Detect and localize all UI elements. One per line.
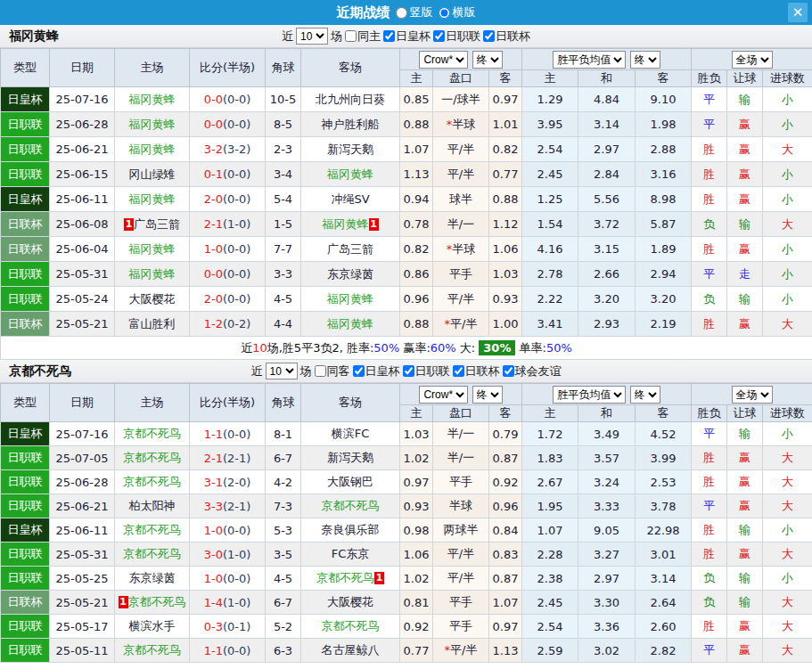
col-away: 客场 xyxy=(301,49,400,87)
sections-container: 福冈黄蜂近10场同主日皇杯日职联日联杯类型日期主场比分(半场)角球客场Crow*… xyxy=(0,25,812,663)
avg-draw-odds: 3.14 xyxy=(578,112,636,137)
avg-away-odds: 1.89 xyxy=(636,237,692,262)
fulltime-score: 0-1 xyxy=(204,167,223,181)
league-filter-option[interactable]: 日皇杯 xyxy=(383,29,431,45)
sub-col-header: 主 xyxy=(400,70,433,87)
avg-draw-odds: 3.57 xyxy=(578,446,636,470)
fulltime-score: 3-2 xyxy=(204,143,223,156)
result-verdict: 平 xyxy=(692,262,727,287)
league-filter-option[interactable]: 日皇杯 xyxy=(353,363,400,379)
avg-draw-odds: 3.49 xyxy=(578,422,636,446)
league-checkbox[interactable] xyxy=(353,365,365,377)
layout-horizontal-option[interactable]: 横版 xyxy=(439,4,476,20)
close-button[interactable]: ✕ xyxy=(788,3,808,22)
away-odds: 1.06 xyxy=(489,237,522,262)
col-type: 类型 xyxy=(1,49,50,87)
handicap-verdict: 赢 xyxy=(727,494,763,518)
home-odds: 1.07 xyxy=(400,137,433,162)
handicap-verdict: 赢 xyxy=(727,639,763,663)
summary-near: 近 xyxy=(241,341,252,355)
col-home: 主场 xyxy=(115,384,190,422)
halftime-score: (1-0) xyxy=(223,596,250,609)
vertical-radio[interactable] xyxy=(396,7,407,19)
home-odds: 1.06 xyxy=(400,543,433,567)
match-row: 日职联25-05-17横滨水手0-3(0-1)5-2京都不死鸟0.92平手0.9… xyxy=(1,615,812,639)
avg-group-header: 胜平负均值 终 xyxy=(522,49,692,70)
handicap-value: 半球 xyxy=(452,242,475,256)
avg-select[interactable]: 胜平负均值 xyxy=(553,386,626,404)
league-checkbox[interactable] xyxy=(403,365,414,377)
away-odds: 0.83 xyxy=(489,543,522,567)
profit-rate-value: 60% xyxy=(431,341,460,355)
match-row: 日职联25-06-21福冈黄蜂3-2(3-2)2-3新泻天鹅1.07平/半0.8… xyxy=(1,137,812,162)
home-team-name: 横滨水手 xyxy=(129,619,176,632)
home-team-cell: 东京绿茵 xyxy=(115,567,190,591)
scope-select[interactable]: 全场 xyxy=(732,51,773,69)
league-filter-option[interactable]: 日联杯 xyxy=(483,29,530,45)
away-team-name: 名古屋鲸八 xyxy=(322,643,380,657)
scope-select[interactable]: 全场 xyxy=(732,386,773,404)
same-venue-option[interactable]: 同主 xyxy=(345,29,381,45)
fulltime-score: 3-3 xyxy=(204,500,223,513)
horizontal-radio[interactable] xyxy=(439,7,450,19)
result-verdict: 胜 xyxy=(692,162,727,187)
match-row: 日联杯25-05-21富山胜利1-2(0-2)4-4福冈黄蜂0.88*平/半1.… xyxy=(1,312,812,337)
league-filter-option[interactable]: 日联杯 xyxy=(453,363,500,379)
match-row: 日联杯25-05-211京都不死鸟1-4(1-0)6-7大阪樱花0.81平手1.… xyxy=(1,591,812,615)
odds-provider-select[interactable]: Crow* xyxy=(419,386,468,404)
avg-away-odds: 2.53 xyxy=(636,470,692,494)
corner-count: 2-3 xyxy=(266,137,301,162)
same-venue-checkbox[interactable] xyxy=(345,30,357,42)
match-row: 日联杯25-06-081广岛三箭2-1(1-0)1-5福冈黄蜂10.78半/一1… xyxy=(1,212,812,237)
home-team-name: 富山胜利 xyxy=(129,317,176,330)
avg-final-select[interactable]: 终 xyxy=(630,386,660,404)
handicap-cell: 平/半 xyxy=(433,567,489,591)
league-filter-option[interactable]: 日职联 xyxy=(403,363,450,379)
handicap-cell: 平手 xyxy=(433,591,489,615)
halftime-score: (0-0) xyxy=(223,292,250,306)
league-checkbox[interactable] xyxy=(503,365,514,377)
avg-draw-odds: 2.97 xyxy=(578,567,636,591)
home-team-name: 福冈黄蜂 xyxy=(129,192,176,206)
match-type-badge: 日皇杯 xyxy=(1,87,50,112)
sub-col-header: 进球数 xyxy=(763,405,812,422)
away-team-cell: 福冈黄蜂 xyxy=(301,162,400,187)
fulltime-score: 1-1 xyxy=(204,644,223,657)
home-team-cell: 1京都不死鸟 xyxy=(115,591,190,615)
avg-final-select[interactable]: 终 xyxy=(630,51,660,69)
league-checkbox[interactable] xyxy=(433,30,445,42)
odds-final-select[interactable]: 终 xyxy=(472,51,503,69)
layout-vertical-option[interactable]: 竖版 xyxy=(396,4,433,20)
same-venue-checkbox[interactable] xyxy=(315,365,326,377)
halftime-score: (0-0) xyxy=(223,644,250,657)
result-verdict: 胜 xyxy=(692,470,727,494)
league-checkbox[interactable] xyxy=(383,30,395,42)
avg-draw-odds: 3.15 xyxy=(578,237,636,262)
avg-home-odds: 3.95 xyxy=(522,112,578,137)
sub-col-header: 让球 xyxy=(727,405,763,422)
avg-draw-odds: 3.24 xyxy=(578,470,636,494)
league-checkbox[interactable] xyxy=(453,365,464,377)
avg-select[interactable]: 胜平负均值 xyxy=(553,51,626,69)
league-filter-option[interactable]: 球会友谊 xyxy=(503,363,562,379)
fulltime-score: 2-1 xyxy=(204,452,223,465)
avg-away-odds: 3.99 xyxy=(636,446,692,470)
score-cell: 2-1(1-0) xyxy=(190,212,266,237)
home-odds: 0.78 xyxy=(400,212,433,237)
avg-home-odds: 1.54 xyxy=(522,212,578,237)
match-row: 日职联25-05-24大阪樱花2-0(0-0)4-5福冈黄蜂0.96平/半0.9… xyxy=(1,287,812,312)
away-team-name: 福冈黄蜂 xyxy=(327,292,373,306)
match-row: 日联杯25-06-04福冈黄蜂1-0(0-0)7-7广岛三箭0.82*半球1.0… xyxy=(1,237,812,262)
match-count-select[interactable]: 10 xyxy=(296,28,328,45)
handicap-cell: 平手 xyxy=(433,615,489,639)
match-count-select[interactable]: 10 xyxy=(266,363,298,379)
corner-count: 5-4 xyxy=(266,187,301,212)
league-checkbox[interactable] xyxy=(483,30,495,42)
odds-provider-select[interactable]: Crow* xyxy=(419,51,468,69)
avg-home-odds: 2.38 xyxy=(522,567,578,591)
same-venue-option[interactable]: 同客 xyxy=(315,363,350,379)
league-filter-option[interactable]: 日职联 xyxy=(433,29,480,45)
match-type-badge: 日职联 xyxy=(1,162,50,187)
odds-final-select[interactable]: 终 xyxy=(472,386,503,404)
result-verdict: 胜 xyxy=(692,446,727,470)
